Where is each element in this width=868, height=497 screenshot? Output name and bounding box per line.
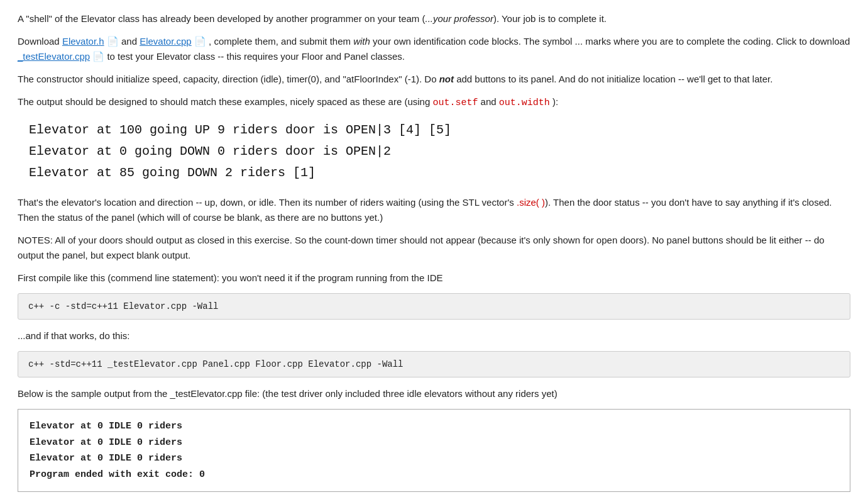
out-setf: out.setf [432, 98, 478, 108]
notes-para: NOTES: All of your doors should output a… [18, 233, 850, 263]
sample-output-block: Elevator at 0 IDLE 0 riders Elevator at … [18, 409, 850, 492]
intro-para2: Download Elevator.h 📄 and Elevator.cpp 📄… [18, 34, 850, 64]
file-icon2: 📄 [194, 36, 206, 47]
desc-text1: That's the elevator's location and direc… [18, 197, 517, 208]
output-text1: The output should be designed to should … [18, 96, 432, 107]
sample-line-1: Elevator at 0 IDLE 0 riders [30, 418, 838, 435]
and-text: and [119, 36, 140, 47]
sample-output-intro-para: Below is the sample output from the _tes… [18, 386, 850, 401]
test-elevator-link[interactable]: _testElevator.cpp [18, 51, 90, 62]
output-para: The output should be designed to should … [18, 94, 850, 111]
output-text-end: ): [550, 96, 558, 107]
constructor-para: The constructor should initialize speed,… [18, 72, 850, 87]
out-width: out.width [499, 98, 550, 108]
description-para1: That's the elevator's location and direc… [18, 195, 850, 225]
compile-intro: First compile like this (commend line st… [18, 271, 850, 286]
with-italic: with [353, 36, 370, 47]
example-line-2: Elevator at 0 going DOWN 0 riders door i… [29, 141, 850, 162]
file-icon1: 📄 [107, 36, 119, 47]
example-line-3: Elevator at 85 going DOWN 2 riders [1] [29, 162, 850, 184]
intro-text1: A "shell" of the Elevator class has alre… [18, 13, 426, 24]
download-text: Download [18, 36, 62, 47]
intro-text2: ). Your job is to complete it. [493, 13, 607, 24]
elevator-cpp-link[interactable]: Elevator.cpp [140, 36, 192, 47]
and-if-para: ...and if that works, do this: [18, 328, 850, 343]
intro-para1: A "shell" of the Elevator class has alre… [18, 11, 850, 26]
line2-end: to test your Elevator class -- this requ… [104, 51, 405, 62]
compile-cmd1-block: c++ -c -std=c++11 Elevator.cpp -Wall [18, 293, 850, 320]
intro-italic: ...your professor [426, 13, 493, 24]
compile-cmd2-text: c++ -std=c++11 _testElevator.cpp Panel.c… [28, 359, 404, 369]
sample-line-3: Elevator at 0 IDLE 0 riders [30, 450, 838, 467]
size-method: .size( ) [517, 197, 545, 208]
example-output-block: Elevator at 100 going UP 9 riders door i… [29, 120, 850, 184]
compile-cmd1-text: c++ -c -std=c++11 Elevator.cpp -Wall [28, 301, 218, 311]
constructor-text2: add buttons to its panel. And do not ini… [454, 74, 772, 84]
elevator-h-link[interactable]: Elevator.h [62, 36, 104, 47]
sample-line-4: Program ended with exit code: 0 [30, 467, 838, 483]
example-line-1: Elevator at 100 going UP 9 riders door i… [29, 120, 850, 141]
compile-cmd2-block: c++ -std=c++11 _testElevator.cpp Panel.c… [18, 351, 850, 377]
line2-mid2: your own identification code blocks. The… [370, 36, 850, 47]
not-italic: not [439, 74, 454, 84]
output-and2: and [478, 96, 498, 107]
line2-mid: , complete them, and submit them [206, 36, 353, 47]
constructor-text1: The constructor should initialize speed,… [18, 74, 439, 84]
file-icon3: 📄 [92, 51, 104, 62]
sample-line-2: Elevator at 0 IDLE 0 riders [30, 435, 838, 451]
